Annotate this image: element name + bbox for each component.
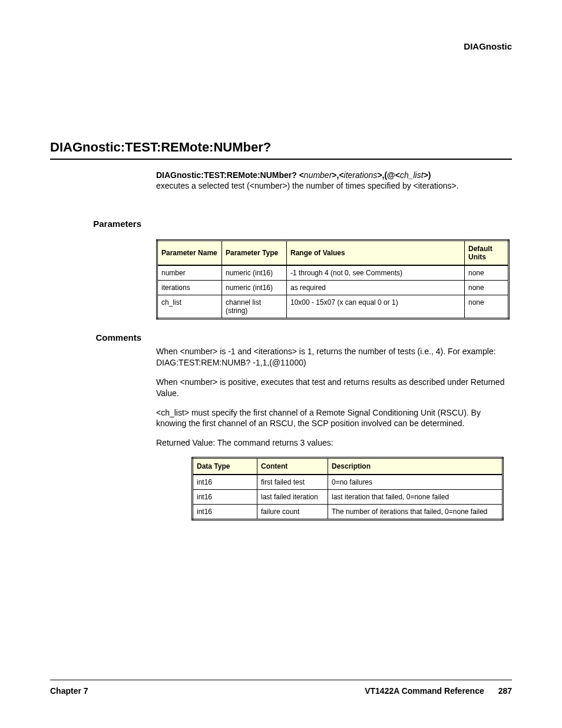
table-header: Description [328, 458, 503, 475]
cell: last failed iteration [257, 490, 328, 505]
footer-right: VT1422A Command Reference 287 [365, 686, 512, 696]
cell: -1 through 4 (not 0, see Comments) [287, 265, 465, 281]
table-header: Range of Values [287, 241, 465, 266]
table-row: iterations numeric (int16) as required n… [157, 281, 509, 295]
cell: as required [287, 281, 465, 295]
comments-heading: Comments [50, 332, 156, 342]
syntax-cmd: DIAGnostic:TEST:REMote:NUMber? < [156, 170, 304, 180]
cell: The number of iterations that failed, 0=… [328, 505, 503, 520]
cell: failure count [257, 505, 328, 520]
table-row: int16 failure count The number of iterat… [193, 505, 503, 520]
table-row: int16 first failed test 0=no failures [193, 475, 503, 490]
cell: last iteration that failed, 0=none faile… [328, 490, 503, 505]
cell: iterations [157, 281, 222, 295]
comment-line: When <number> is positive, executes that… [156, 377, 512, 399]
cell: first failed test [257, 475, 328, 490]
syntax-param-number: number [304, 170, 332, 180]
returned-table: Data Type Content Description int16 firs… [191, 457, 504, 521]
syntax-description: executes a selected test (<number>) the … [50, 181, 512, 190]
page-footer: Chapter 7 VT1422A Command Reference 287 [50, 680, 512, 696]
table-row: int16 last failed iteration last iterati… [193, 490, 503, 505]
comment-line: <ch_list> must specify the first channel… [156, 407, 512, 430]
cell: channel list (string) [222, 295, 287, 319]
syntax-line: DIAGnostic:TEST:REMote:NUMber? <number>,… [50, 170, 512, 180]
table-header: Default Units [465, 241, 509, 266]
cell: none [465, 295, 509, 319]
footer-left: Chapter 7 [50, 686, 88, 696]
table-header: Parameter Name [157, 241, 222, 266]
cell: numeric (int16) [222, 281, 287, 295]
cell: number [157, 265, 222, 281]
table-row: number numeric (int16) -1 through 4 (not… [157, 265, 509, 281]
returned-intro: Returned Value: The command returns 3 va… [156, 437, 512, 449]
cell: 0=no failures [328, 475, 503, 490]
cell: none [465, 265, 509, 281]
syntax-param-chlist: ch_list [400, 170, 424, 180]
cell: ch_list [157, 295, 222, 319]
table-header: Data Type [193, 458, 257, 475]
cell: int16 [193, 505, 257, 520]
parameters-heading: Parameters [50, 219, 156, 229]
cell: int16 [193, 490, 257, 505]
syntax-param-iterations: iterations [344, 170, 378, 180]
syntax-sep2: >,(@< [377, 170, 400, 180]
table-row: ch_list channel list (string) 10x00 - 15… [157, 295, 509, 319]
table-header: Parameter Type [222, 241, 287, 266]
page-number: 287 [498, 686, 512, 696]
comments-text: When <number> is -1 and <iterations> is … [50, 346, 512, 449]
section-title: DIAGnostic:TEST:REMote:NUMber? [50, 140, 512, 160]
syntax-end: >) [424, 170, 431, 180]
comment-line: When <number> is -1 and <iterations> is … [156, 346, 512, 368]
cell: none [465, 281, 509, 295]
table-header: Content [257, 458, 328, 475]
cell: numeric (int16) [222, 265, 287, 281]
parameters-table: Parameter Name Parameter Type Range of V… [156, 239, 510, 319]
cell: int16 [193, 475, 257, 490]
footer-title: VT1422A Command Reference [365, 686, 484, 696]
cell: 10x00 - 15x07 (x can equal 0 or 1) [287, 295, 465, 319]
running-header: DIAGnostic [50, 41, 512, 51]
syntax-sep1: >,< [332, 170, 343, 180]
